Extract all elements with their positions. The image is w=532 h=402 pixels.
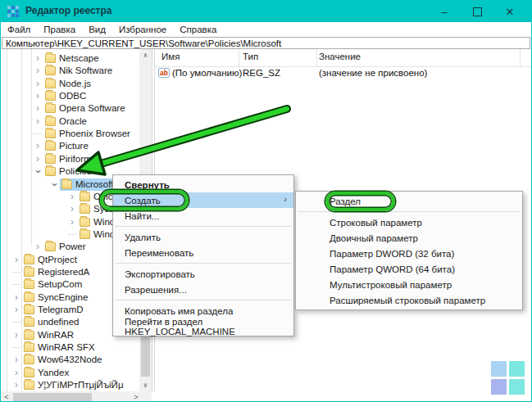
- tree-item-opera-software[interactable]: ›Opera Software: [1, 102, 139, 115]
- menu-item-label: Параметр DWORD (32 бита): [330, 249, 454, 259]
- tree-item-label: Winc: [93, 229, 115, 239]
- value-row-default[interactable]: ab (По умолчанию) REG_SZ (значение не пр…: [155, 67, 532, 80]
- tree-item-label: Netscape: [59, 53, 99, 63]
- registry-grid-icon: [7, 6, 19, 17]
- menubar-item-2[interactable]: Вид: [82, 22, 112, 37]
- folder-icon: [24, 355, 34, 364]
- minimize-button[interactable]: –: [428, 1, 461, 22]
- column-separator[interactable]: [239, 49, 239, 66]
- chevron-right-icon[interactable]: ›: [33, 78, 43, 90]
- tree-item-label: ODBC: [59, 91, 86, 101]
- column-separator[interactable]: [316, 49, 317, 66]
- submenu-arrow-icon: ›: [284, 194, 287, 204]
- menu-item-label: Строковый параметр: [330, 218, 422, 228]
- column-separator[interactable]: [520, 49, 521, 66]
- chevron-right-icon[interactable]: ›: [67, 216, 77, 228]
- tree-item-label: Piriform: [59, 154, 92, 164]
- context-menu-item-8[interactable]: Перейти в раздел HKEY_LOCAL_MACHINE: [113, 318, 293, 334]
- submenu-item-6[interactable]: Расширяемый строковый параметр: [296, 292, 522, 308]
- chevron-right-icon[interactable]: ›: [33, 115, 43, 128]
- folder-icon: [24, 381, 34, 390]
- tree-item-label: SetupCom: [38, 279, 82, 289]
- chevron-right-icon[interactable]: ›: [33, 52, 43, 65]
- context-menu-item-4[interactable]: Переименовать: [113, 245, 293, 260]
- menubar-item-3[interactable]: Избранное: [112, 22, 173, 37]
- chevron-right-icon[interactable]: ›: [11, 367, 21, 379]
- submenu-item-3[interactable]: Параметр DWORD (32 бита): [296, 246, 522, 261]
- context-menu-item-1[interactable]: Создать›: [113, 192, 293, 208]
- chevron-right-icon[interactable]: ›: [67, 191, 77, 203]
- tree-item-odbc[interactable]: ›ODBC: [1, 90, 139, 102]
- tree-item-yandex[interactable]: ›Yandex: [1, 367, 139, 379]
- context-menu-item-2[interactable]: Найти...: [113, 208, 293, 224]
- close-button[interactable]: ✕: [493, 1, 526, 22]
- column-header-type[interactable]: Тип: [243, 52, 258, 61]
- tree-item-netscape[interactable]: ›Netscape: [1, 52, 139, 65]
- folder-icon: [45, 155, 56, 164]
- folder-icon: [45, 117, 56, 126]
- string-value-ab-icon: ab: [158, 68, 170, 78]
- tree-item-winrar-sfx[interactable]: WinRAR SFX: [1, 341, 139, 354]
- maximize-icon: [473, 7, 482, 16]
- context-menu-item-3[interactable]: Удалить: [113, 229, 293, 245]
- tree-item-phoenix-browser[interactable]: Phoenix Browser: [1, 128, 139, 140]
- chevron-right-icon[interactable]: ›: [67, 203, 77, 215]
- context-menu-item-0[interactable]: Свернуть: [113, 177, 293, 192]
- tree-item-label: Picture: [59, 141, 89, 151]
- folder-icon: [45, 104, 56, 113]
- chevron-down-icon[interactable]: ›: [48, 179, 61, 189]
- tree-item-node-js[interactable]: ›Node.js: [1, 78, 139, 90]
- chevron-right-icon[interactable]: ›: [11, 254, 21, 266]
- tree-item-у-уг-мртпт-йъ-й-[interactable]: ›У¦УГіМРтПтμјЙъіЙμ: [1, 379, 139, 391]
- chevron-right-icon[interactable]: ›: [33, 241, 43, 253]
- scroll-left-icon[interactable]: <: [1, 391, 12, 402]
- menubar-item-0[interactable]: Файл: [1, 22, 37, 37]
- title-bar[interactable]: Редактор реестра – ✕: [1, 1, 531, 22]
- value-type: REG_SZ: [243, 68, 280, 78]
- folder-icon: [24, 268, 34, 277]
- scroll-up-icon[interactable]: ∧: [139, 49, 152, 61]
- tree-item-label: WinRAR SFX: [38, 342, 95, 352]
- folder-icon: [45, 79, 56, 88]
- scrollbar-thumb[interactable]: [13, 393, 92, 401]
- context-menu-item-6[interactable]: Разрешения...: [113, 282, 293, 297]
- scroll-down-icon[interactable]: ∨: [139, 379, 152, 391]
- chevron-right-icon[interactable]: ›: [11, 379, 21, 391]
- chevron-right-icon[interactable]: ›: [33, 140, 43, 152]
- submenu-item-0[interactable]: Раздел: [296, 193, 522, 209]
- chevron-down-icon[interactable]: ›: [32, 167, 44, 177]
- menubar-item-4[interactable]: Справка: [173, 22, 223, 37]
- folder-icon: [45, 54, 56, 63]
- menu-item-label: Удалить: [125, 233, 161, 242]
- chevron-right-icon[interactable]: ›: [33, 102, 43, 115]
- tree-item-piriform[interactable]: ›Piriform: [1, 153, 139, 165]
- tree-connector-line: [34, 133, 42, 134]
- new-submenu: РазделСтроковый параметрДвоичный парамет…: [295, 191, 523, 310]
- list-header: Имя Тип Значение: [155, 49, 532, 67]
- tree-item-label: Policies: [59, 166, 92, 176]
- chevron-right-icon[interactable]: ›: [33, 65, 43, 77]
- tree-horizontal-scrollbar[interactable]: < >: [1, 391, 142, 402]
- scroll-right-icon[interactable]: >: [130, 391, 142, 402]
- chevron-right-icon[interactable]: ›: [11, 329, 21, 341]
- tree-item-picture[interactable]: ›Picture: [1, 140, 139, 152]
- chevron-right-icon[interactable]: ›: [33, 153, 43, 165]
- submenu-item-1[interactable]: Строковый параметр: [296, 215, 522, 230]
- chevron-right-icon[interactable]: ›: [11, 354, 21, 366]
- tree-item-nik-software[interactable]: ›Nik Software: [1, 65, 139, 77]
- chevron-right-icon[interactable]: ›: [11, 304, 21, 316]
- tree-item-oracle[interactable]: ›Oracle: [1, 115, 139, 128]
- chevron-right-icon[interactable]: ›: [33, 90, 43, 102]
- chevron-right-icon[interactable]: ›: [11, 291, 21, 304]
- maximize-button[interactable]: [461, 1, 493, 22]
- column-header-value[interactable]: Значение: [319, 52, 361, 61]
- submenu-item-2[interactable]: Двоичный параметр: [296, 230, 522, 246]
- submenu-item-5[interactable]: Мультистроковый параметр: [296, 277, 522, 292]
- context-menu-item-5[interactable]: Экспортировать: [113, 266, 293, 282]
- tree-item-label: Offic: [93, 192, 112, 201]
- column-header-name[interactable]: Имя: [161, 52, 180, 61]
- submenu-item-4[interactable]: Параметр QWORD (64 бита): [296, 261, 522, 277]
- menubar-item-1[interactable]: Правка: [37, 22, 82, 37]
- address-bar-input[interactable]: Компьютер\HKEY_CURRENT_USER\Software\Pol…: [2, 37, 530, 49]
- tree-item-wow6432node[interactable]: ›Wow6432Node: [1, 354, 139, 366]
